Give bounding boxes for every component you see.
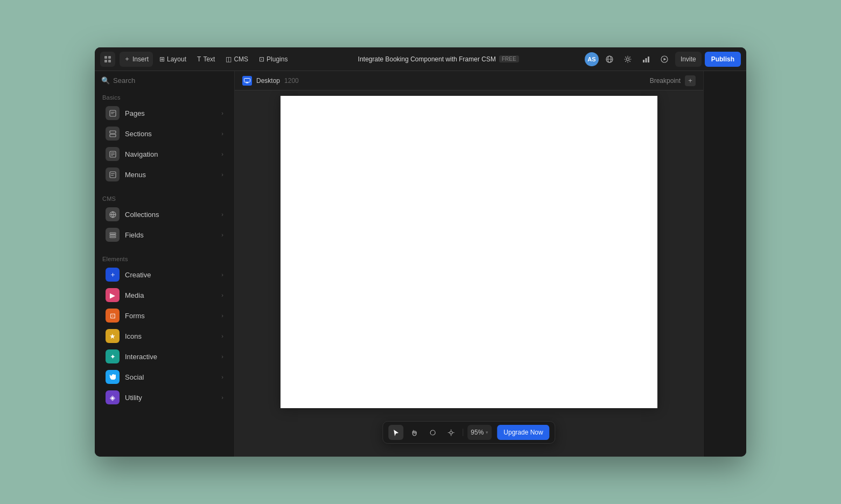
insert-button[interactable]: ＋ Insert (120, 52, 153, 67)
svg-point-33 (450, 431, 452, 434)
sidebar-item-creative[interactable]: ＋ Creative › (98, 264, 231, 285)
canvas-frame (281, 96, 657, 408)
navigation-label: Navigation (125, 150, 216, 158)
sections-chevron: › (221, 130, 223, 137)
canvas-header-right: Breakpoint + (650, 75, 696, 86)
add-breakpoint-button[interactable]: + (685, 75, 696, 86)
plugins-button[interactable]: ⊡ Plugins (255, 52, 292, 67)
main-content: 🔍 Basics Pages › (95, 71, 746, 457)
svg-rect-10 (648, 57, 649, 62)
creative-label: Creative (125, 271, 216, 279)
publish-button[interactable]: Publish (705, 52, 741, 67)
creative-chevron: › (221, 271, 223, 278)
globe-icon-button[interactable] (602, 52, 617, 67)
breakpoint-button[interactable]: Breakpoint (650, 77, 681, 85)
social-icon (106, 370, 120, 384)
svg-rect-21 (110, 172, 116, 178)
fields-chevron: › (221, 232, 223, 238)
svg-point-7 (626, 58, 629, 60)
layout-button[interactable]: ⊞ Layout (155, 52, 191, 67)
play-icon-button[interactable] (657, 52, 672, 67)
sidebar-item-collections[interactable]: Collections › (98, 204, 231, 225)
light-tool-button[interactable] (443, 425, 458, 440)
media-icon: ▶ (106, 288, 120, 302)
toolbar-center: Integrate Booking Component with Framer … (294, 55, 583, 63)
bottom-toolbar: 95% ▾ Upgrade Now (382, 421, 555, 444)
svg-rect-20 (111, 155, 113, 156)
svg-rect-22 (111, 173, 115, 174)
svg-rect-15 (110, 131, 116, 134)
sidebar-item-interactive[interactable]: ✦ Interactive › (98, 346, 231, 367)
logo-button[interactable] (100, 52, 115, 67)
basics-section-header: Basics (95, 90, 234, 103)
sidebar-item-sections[interactable]: Sections › (98, 123, 231, 144)
svg-point-32 (430, 430, 435, 435)
svg-rect-28 (110, 236, 116, 238)
sidebar-item-forms[interactable]: ⊡ Forms › (98, 305, 231, 326)
right-panel (703, 71, 746, 457)
sidebar-item-menus[interactable]: Menus › (98, 164, 231, 185)
sidebar-item-utility[interactable]: ◈ Utility › (98, 387, 231, 408)
svg-rect-3 (108, 60, 111, 62)
hand-tool-button[interactable] (407, 425, 422, 440)
sidebar-item-navigation[interactable]: Navigation › (98, 144, 231, 164)
icons-chevron: › (221, 333, 223, 339)
zoom-chevron-icon: ▾ (486, 430, 488, 435)
svg-rect-14 (111, 113, 114, 114)
cms-button[interactable]: ◫ CMS (221, 52, 253, 67)
collections-chevron: › (221, 211, 223, 218)
svg-rect-9 (645, 58, 647, 62)
free-badge: FREE (499, 55, 519, 62)
svg-rect-29 (244, 78, 250, 82)
forms-label: Forms (125, 312, 216, 320)
svg-rect-18 (111, 152, 115, 153)
elements-section-header: Elements (95, 251, 234, 264)
sidebar-item-pages[interactable]: Pages › (98, 103, 231, 123)
analytics-icon-button[interactable] (639, 52, 654, 67)
canvas-header: Desktop 1200 Breakpoint + (235, 71, 703, 90)
utility-icon: ◈ (106, 390, 120, 404)
project-title: Integrate Booking Component with Framer … (358, 55, 496, 63)
toolbar: ＋ Insert ⊞ Layout T Text ◫ CMS ⊡ Plugins… (95, 47, 746, 71)
search-icon: 🔍 (101, 76, 110, 85)
avatar-button[interactable]: AS (585, 52, 599, 66)
sidebar-item-icons[interactable]: ★ Icons › (98, 326, 231, 346)
plugins-icon: ⊡ (259, 55, 264, 63)
search-input[interactable] (113, 76, 228, 85)
menus-chevron: › (221, 171, 223, 178)
circle-tool-button[interactable] (425, 425, 440, 440)
sections-icon (106, 127, 120, 141)
icons-label: Icons (125, 332, 216, 340)
zoom-selector[interactable]: 95% ▾ (467, 425, 492, 440)
text-icon: T (197, 55, 201, 63)
sidebar-item-social[interactable]: Social › (98, 367, 231, 387)
svg-rect-0 (104, 56, 107, 59)
svg-rect-27 (110, 234, 116, 236)
svg-rect-8 (643, 60, 644, 62)
canvas-viewport (235, 90, 703, 457)
sidebar-item-fields[interactable]: Fields › (98, 225, 231, 245)
media-chevron: › (221, 292, 223, 298)
sidebar: 🔍 Basics Pages › (95, 71, 235, 457)
svg-rect-26 (110, 233, 116, 234)
sidebar-item-media[interactable]: ▶ Media › (98, 285, 231, 305)
insert-icon: ＋ (124, 54, 130, 64)
navigation-icon (106, 147, 120, 161)
social-label: Social (125, 373, 216, 381)
cms-section-header: CMS (95, 191, 234, 204)
icons-icon: ★ (106, 329, 120, 343)
svg-rect-1 (108, 56, 111, 59)
invite-button[interactable]: Invite (675, 52, 702, 67)
text-button[interactable]: T Text (193, 52, 219, 67)
select-tool-button[interactable] (388, 425, 403, 440)
desktop-icon (242, 76, 252, 86)
collections-icon (106, 207, 120, 221)
svg-rect-2 (104, 60, 107, 62)
pages-chevron: › (221, 110, 223, 116)
upgrade-button[interactable]: Upgrade Now (497, 425, 549, 440)
settings-icon-button[interactable] (620, 52, 635, 67)
cms-icon: ◫ (226, 55, 232, 63)
fields-label: Fields (125, 231, 216, 239)
svg-rect-16 (110, 134, 116, 137)
navigation-chevron: › (221, 151, 223, 157)
